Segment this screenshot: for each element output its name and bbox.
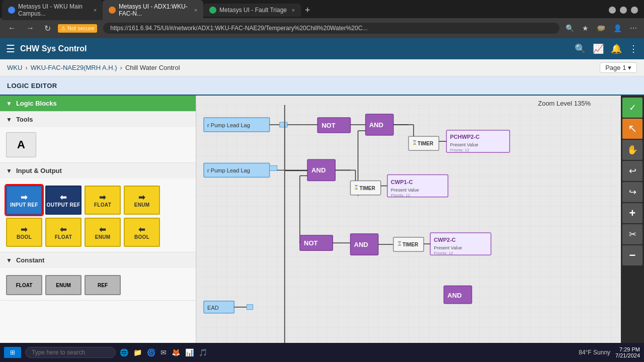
address-input[interactable] <box>103 23 559 34</box>
hand-button[interactable]: ✋ <box>622 140 642 160</box>
breadcrumb: WKU › WKU-FAC-NAE29(MRH A.H.) › Chill Wa… <box>0 59 644 76</box>
more-options-button[interactable]: ⋮ <box>629 43 638 54</box>
analytics-button[interactable]: 📈 <box>593 43 604 54</box>
breadcrumb-nae29[interactable]: WKU-FAC-NAE29(MRH A.H.) <box>31 64 117 71</box>
svg-text:AND: AND <box>354 241 368 248</box>
svg-text:CWP1-C: CWP1-C <box>391 179 413 185</box>
output-ref-block[interactable]: ⬅ OUTPUT REF <box>45 186 82 215</box>
cursor-button[interactable]: ↖ <box>622 119 642 139</box>
svg-text:EAD: EAD <box>207 305 219 311</box>
tab-1[interactable]: Metasys UI - WKU Main Campus... × <box>2 0 103 20</box>
notifications-button[interactable]: 🔔 <box>611 43 622 54</box>
tools-header[interactable]: ▼ Tools <box>0 112 196 127</box>
hamburger-menu-button[interactable]: ☰ <box>6 43 15 55</box>
tab-2-close[interactable]: × <box>194 8 197 13</box>
breadcrumb-page[interactable]: Page 1 ▾ <box>600 62 637 73</box>
undo-button[interactable]: ↩ <box>622 161 642 181</box>
const-enum-label: ENUM <box>56 283 70 288</box>
search-header-button[interactable]: 🔍 <box>575 43 586 54</box>
const-float-block[interactable]: FLOAT <box>6 275 42 295</box>
svg-rect-4 <box>280 122 287 127</box>
text-tool-button[interactable]: A <box>6 132 36 157</box>
profile-btn[interactable]: 👤 <box>611 23 624 33</box>
new-tab-button[interactable]: + <box>301 5 314 16</box>
float-in-block[interactable]: ➡ FLOAT <box>85 186 121 215</box>
taskbar-icon-1[interactable]: 🌐 <box>120 348 128 356</box>
float-out-label: FLOAT <box>55 234 72 240</box>
io-header[interactable]: ▼ Input & Output <box>0 163 196 178</box>
enum-out-block[interactable]: ⬅ ENUM <box>85 218 121 247</box>
not-secure-badge: ⚠ Not secure <box>58 24 97 33</box>
tools-chevron: ▼ <box>6 116 12 123</box>
float-out-arrow: ⬅ <box>60 225 66 234</box>
svg-text:TIMER: TIMER <box>418 141 434 146</box>
tools-label: Tools <box>16 116 33 123</box>
cut-button[interactable]: ✂ <box>622 224 642 244</box>
float-out-block[interactable]: ⬅ FLOAT <box>45 218 82 247</box>
reload-button[interactable]: ↻ <box>41 23 54 34</box>
input-ref-block[interactable]: ➡ INPUT REF <box>6 186 42 215</box>
zoom-out-button[interactable]: − <box>622 245 642 265</box>
breadcrumb-wku[interactable]: WKU <box>7 64 22 71</box>
tab-3[interactable]: Metasys UI - Fault Triage × <box>203 4 301 17</box>
tab-1-label: Metasys UI - WKU Main Campus... <box>18 3 89 17</box>
svg-text:PCHWP2-C: PCHWP2-C <box>450 134 479 140</box>
check-button[interactable]: ✓ <box>622 98 642 118</box>
const-float-label: FLOAT <box>16 283 33 288</box>
minimize-button[interactable] <box>609 7 616 14</box>
enum-in-block[interactable]: ➡ ENUM <box>124 186 160 215</box>
main-layout: ▼ Logic Blocks ▼ Tools A ▼ Input & Outpu… <box>0 96 644 362</box>
taskbar-icons: 🌐 📁 🌀 ✉ 🦊 📊 🎵 <box>120 348 207 356</box>
svg-text:NOT: NOT <box>321 122 336 129</box>
taskbar-icon-6[interactable]: 📊 <box>185 348 194 356</box>
svg-text:CWP2-C: CWP2-C <box>434 237 456 243</box>
constant-header[interactable]: ▼ Constant <box>0 252 196 268</box>
window-controls <box>609 7 642 14</box>
constant-content: FLOAT ENUM REF <box>0 268 196 300</box>
taskbar-icon-7[interactable]: 🎵 <box>199 348 207 356</box>
bookmark-btn[interactable]: ★ <box>580 23 591 33</box>
canvas-area[interactable]: Zoom Level 135% r Pump Lead Lag NOT <box>196 96 621 362</box>
tab-2-favicon <box>109 7 116 14</box>
redo-button[interactable]: ↪ <box>622 182 642 202</box>
const-ref-block[interactable]: REF <box>85 275 121 295</box>
const-enum-block[interactable]: ENUM <box>45 275 82 295</box>
svg-text:AND: AND <box>447 292 461 299</box>
taskbar-search-input[interactable] <box>25 347 116 358</box>
io-block-grid: ➡ INPUT REF ⬅ OUTPUT REF ➡ FLOAT <box>6 186 190 247</box>
logic-blocks-header[interactable]: ▼ Logic Blocks <box>0 96 196 111</box>
tab-3-close[interactable]: × <box>292 8 295 13</box>
bool-out-block[interactable]: ⬅ BOOL <box>124 218 160 247</box>
back-button[interactable]: ← <box>5 23 19 34</box>
breadcrumb-sep-2: › <box>120 64 122 71</box>
close-button[interactable] <box>631 7 638 14</box>
svg-text:⌛: ⌛ <box>354 185 359 190</box>
tab-1-close[interactable]: × <box>94 8 97 13</box>
bool-in-arrow: ➡ <box>21 225 27 234</box>
input-ref-label: INPUT REF <box>10 202 38 208</box>
start-button[interactable]: ⊞ <box>4 347 21 358</box>
breadcrumb-sep-1: › <box>25 64 27 71</box>
taskbar-icon-2[interactable]: 📁 <box>133 348 142 356</box>
svg-text:r Pump Lead Lag: r Pump Lead Lag <box>207 167 250 173</box>
float-in-arrow: ➡ <box>99 193 106 202</box>
bool-out-arrow: ⬅ <box>138 225 145 234</box>
taskbar-icon-5[interactable]: 🦊 <box>172 348 180 356</box>
taskbar-icon-4[interactable]: ✉ <box>160 348 167 356</box>
extensions-btn[interactable]: 🪺 <box>595 23 607 33</box>
bool-in-block[interactable]: ➡ BOOL <box>6 218 42 247</box>
tab-2[interactable]: Metasys UI - ADX1:WKU-FAC-N... × <box>103 0 203 20</box>
header-icons: 🔍 📈 🔔 ⋮ <box>575 43 638 54</box>
tab-1-favicon <box>8 7 15 14</box>
taskbar-icon-3[interactable]: 🌀 <box>147 348 155 356</box>
forward-button[interactable]: → <box>23 23 37 34</box>
maximize-button[interactable] <box>620 7 627 14</box>
zoom-in-button[interactable]: + <box>622 203 642 223</box>
tools-content: A <box>0 127 196 162</box>
taskbar-sys: 84°F Sunny 7:29 PM 7/21/2024 <box>579 346 640 358</box>
breadcrumb-current: Chill Water Control <box>125 64 180 71</box>
constant-block-grid: FLOAT ENUM REF <box>6 275 190 295</box>
more-btn[interactable]: ⋯ <box>628 23 639 33</box>
tab-2-label: Metasys UI - ADX1:WKU-FAC-N... <box>119 3 189 17</box>
search-browser-btn[interactable]: 🔍 <box>564 23 576 33</box>
